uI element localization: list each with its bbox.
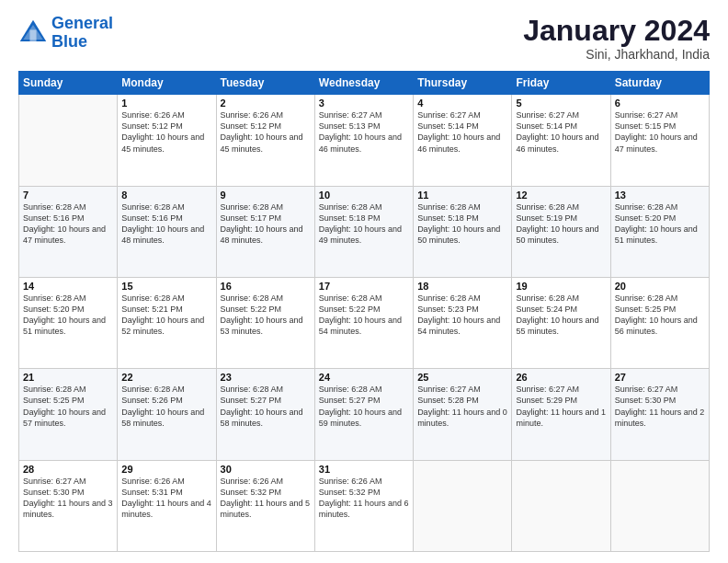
logo-line2: Blue — [51, 32, 87, 51]
weekday-thursday: Thursday — [414, 72, 512, 95]
svg-rect-2 — [29, 29, 36, 40]
calendar-week-2: 7Sunrise: 6:28 AM Sunset: 5:16 PM Daylig… — [19, 186, 710, 277]
day-number: 7 — [23, 190, 113, 201]
calendar: SundayMondayTuesdayWednesdayThursdayFrid… — [18, 71, 710, 552]
day-info: Sunrise: 6:28 AM Sunset: 5:17 PM Dayligh… — [221, 201, 311, 247]
day-number: 26 — [516, 372, 606, 383]
weekday-friday: Friday — [512, 72, 610, 95]
calendar-cell: 29Sunrise: 6:26 AM Sunset: 5:31 PM Dayli… — [118, 460, 216, 551]
day-info: Sunrise: 6:28 AM Sunset: 5:23 PM Dayligh… — [417, 293, 507, 338]
day-info: Sunrise: 6:28 AM Sunset: 5:24 PM Dayligh… — [516, 293, 606, 338]
calendar-cell: 4Sunrise: 6:27 AM Sunset: 5:14 PM Daylig… — [414, 95, 512, 186]
day-info: Sunrise: 6:28 AM Sunset: 5:16 PM Dayligh… — [121, 201, 211, 247]
calendar-cell: 19Sunrise: 6:28 AM Sunset: 5:24 PM Dayli… — [512, 277, 610, 368]
calendar-week-1: 1Sunrise: 6:26 AM Sunset: 5:12 PM Daylig… — [19, 95, 710, 186]
calendar-cell: 20Sunrise: 6:28 AM Sunset: 5:25 PM Dayli… — [610, 277, 709, 368]
calendar-cell: 12Sunrise: 6:28 AM Sunset: 5:19 PM Dayli… — [512, 186, 610, 277]
day-number: 13 — [615, 190, 705, 201]
calendar-cell: 27Sunrise: 6:27 AM Sunset: 5:30 PM Dayli… — [610, 369, 709, 460]
day-info: Sunrise: 6:28 AM Sunset: 5:20 PM Dayligh… — [615, 201, 705, 247]
calendar-cell: 10Sunrise: 6:28 AM Sunset: 5:18 PM Dayli… — [314, 186, 413, 277]
day-number: 11 — [417, 190, 507, 201]
calendar-cell: 13Sunrise: 6:28 AM Sunset: 5:20 PM Dayli… — [610, 186, 709, 277]
day-number: 22 — [121, 372, 211, 383]
calendar-cell: 18Sunrise: 6:28 AM Sunset: 5:23 PM Dayli… — [414, 277, 512, 368]
day-number: 20 — [615, 281, 705, 292]
calendar-cell: 17Sunrise: 6:28 AM Sunset: 5:22 PM Dayli… — [314, 277, 413, 368]
day-number: 8 — [121, 190, 211, 201]
day-info: Sunrise: 6:28 AM Sunset: 5:19 PM Dayligh… — [516, 201, 606, 247]
day-number: 19 — [516, 281, 606, 292]
day-number: 6 — [615, 98, 705, 109]
calendar-cell: 5Sunrise: 6:27 AM Sunset: 5:14 PM Daylig… — [512, 95, 610, 186]
calendar-cell: 25Sunrise: 6:27 AM Sunset: 5:28 PM Dayli… — [414, 369, 512, 460]
header: General Blue January 2024 Sini, Jharkhan… — [18, 15, 710, 62]
day-number: 18 — [417, 281, 507, 292]
day-info: Sunrise: 6:28 AM Sunset: 5:22 PM Dayligh… — [221, 293, 311, 338]
calendar-cell: 31Sunrise: 6:26 AM Sunset: 5:32 PM Dayli… — [314, 460, 413, 551]
title-block: January 2024 Sini, Jharkhand, India — [523, 15, 710, 62]
day-info: Sunrise: 6:26 AM Sunset: 5:31 PM Dayligh… — [121, 476, 211, 521]
logo-line1: General — [51, 14, 113, 32]
day-info: Sunrise: 6:26 AM Sunset: 5:32 PM Dayligh… — [221, 476, 311, 521]
day-info: Sunrise: 6:27 AM Sunset: 5:28 PM Dayligh… — [417, 384, 507, 429]
weekday-header-row: SundayMondayTuesdayWednesdayThursdayFrid… — [19, 72, 710, 95]
location: Sini, Jharkhand, India — [523, 47, 710, 62]
day-info: Sunrise: 6:28 AM Sunset: 5:25 PM Dayligh… — [23, 384, 113, 429]
day-number: 10 — [319, 190, 409, 201]
day-number: 15 — [121, 281, 211, 292]
day-info: Sunrise: 6:27 AM Sunset: 5:13 PM Dayligh… — [319, 109, 409, 155]
day-number: 14 — [23, 281, 113, 292]
calendar-cell: 16Sunrise: 6:28 AM Sunset: 5:22 PM Dayli… — [216, 277, 314, 368]
calendar-cell: 6Sunrise: 6:27 AM Sunset: 5:15 PM Daylig… — [610, 95, 709, 186]
calendar-cell — [610, 460, 709, 551]
day-info: Sunrise: 6:27 AM Sunset: 5:30 PM Dayligh… — [23, 476, 113, 521]
day-info: Sunrise: 6:28 AM Sunset: 5:21 PM Dayligh… — [121, 293, 211, 338]
day-number: 29 — [121, 464, 211, 475]
day-info: Sunrise: 6:26 AM Sunset: 5:32 PM Dayligh… — [319, 476, 409, 521]
weekday-tuesday: Tuesday — [216, 72, 314, 95]
day-number: 27 — [615, 372, 705, 383]
calendar-week-4: 21Sunrise: 6:28 AM Sunset: 5:25 PM Dayli… — [19, 369, 710, 460]
day-info: Sunrise: 6:28 AM Sunset: 5:18 PM Dayligh… — [319, 201, 409, 247]
calendar-cell: 3Sunrise: 6:27 AM Sunset: 5:13 PM Daylig… — [314, 95, 413, 186]
logo-text: General Blue — [51, 15, 113, 52]
weekday-wednesday: Wednesday — [314, 72, 413, 95]
calendar-cell — [414, 460, 512, 551]
calendar-cell — [19, 95, 118, 186]
day-number: 25 — [417, 372, 507, 383]
day-info: Sunrise: 6:28 AM Sunset: 5:25 PM Dayligh… — [615, 293, 705, 338]
day-info: Sunrise: 6:28 AM Sunset: 5:20 PM Dayligh… — [23, 293, 113, 338]
calendar-cell: 23Sunrise: 6:28 AM Sunset: 5:27 PM Dayli… — [216, 369, 314, 460]
day-info: Sunrise: 6:28 AM Sunset: 5:22 PM Dayligh… — [319, 293, 409, 338]
calendar-cell: 21Sunrise: 6:28 AM Sunset: 5:25 PM Dayli… — [19, 369, 118, 460]
calendar-cell: 24Sunrise: 6:28 AM Sunset: 5:27 PM Dayli… — [314, 369, 413, 460]
logo: General Blue — [18, 15, 113, 52]
day-number: 9 — [221, 190, 311, 201]
calendar-cell: 8Sunrise: 6:28 AM Sunset: 5:16 PM Daylig… — [118, 186, 216, 277]
day-number: 30 — [221, 464, 311, 475]
calendar-cell — [512, 460, 610, 551]
calendar-week-5: 28Sunrise: 6:27 AM Sunset: 5:30 PM Dayli… — [19, 460, 710, 551]
day-number: 12 — [516, 190, 606, 201]
day-number: 5 — [516, 98, 606, 109]
day-info: Sunrise: 6:28 AM Sunset: 5:27 PM Dayligh… — [319, 384, 409, 429]
day-info: Sunrise: 6:27 AM Sunset: 5:14 PM Dayligh… — [417, 109, 507, 155]
month-title: January 2024 — [523, 15, 710, 47]
day-info: Sunrise: 6:27 AM Sunset: 5:29 PM Dayligh… — [516, 384, 606, 429]
day-info: Sunrise: 6:28 AM Sunset: 5:16 PM Dayligh… — [23, 201, 113, 247]
calendar-cell: 26Sunrise: 6:27 AM Sunset: 5:29 PM Dayli… — [512, 369, 610, 460]
day-info: Sunrise: 6:27 AM Sunset: 5:30 PM Dayligh… — [615, 384, 705, 429]
calendar-cell: 11Sunrise: 6:28 AM Sunset: 5:18 PM Dayli… — [414, 186, 512, 277]
weekday-sunday: Sunday — [19, 72, 118, 95]
calendar-cell: 7Sunrise: 6:28 AM Sunset: 5:16 PM Daylig… — [19, 186, 118, 277]
calendar-cell: 1Sunrise: 6:26 AM Sunset: 5:12 PM Daylig… — [118, 95, 216, 186]
page: General Blue January 2024 Sini, Jharkhan… — [0, 0, 728, 563]
logo-icon — [18, 18, 48, 48]
calendar-cell: 28Sunrise: 6:27 AM Sunset: 5:30 PM Dayli… — [19, 460, 118, 551]
day-number: 4 — [417, 98, 507, 109]
day-number: 23 — [221, 372, 311, 383]
day-number: 17 — [319, 281, 409, 292]
day-info: Sunrise: 6:28 AM Sunset: 5:26 PM Dayligh… — [121, 384, 211, 429]
day-info: Sunrise: 6:27 AM Sunset: 5:14 PM Dayligh… — [516, 109, 606, 155]
